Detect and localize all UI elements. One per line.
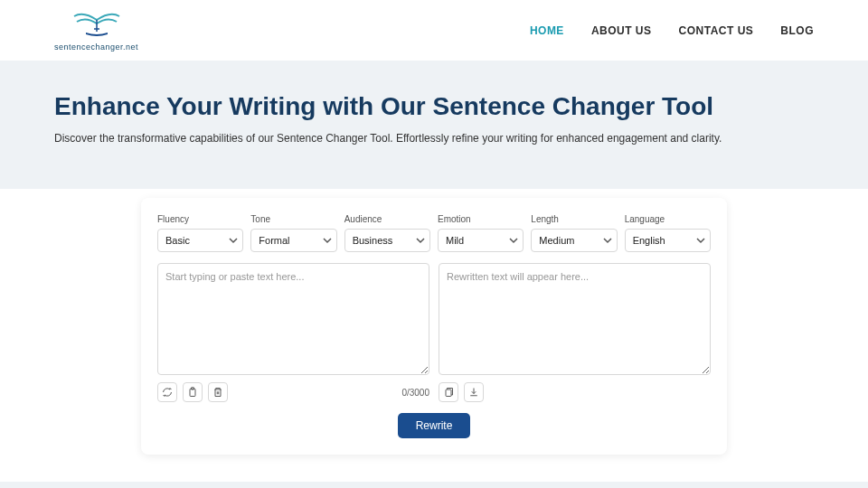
tone-label: Tone	[250, 214, 336, 224]
language-group: Language English	[625, 214, 711, 252]
logo-icon	[70, 9, 124, 41]
tone-select[interactable]: Formal	[250, 229, 336, 252]
input-textarea[interactable]	[157, 263, 429, 375]
length-select[interactable]: Medium	[531, 229, 617, 252]
hero-section: Enhance Your Writing with Our Sentence C…	[0, 61, 868, 190]
logo[interactable]: sentencechanger.net	[54, 9, 138, 52]
paste-icon	[187, 387, 198, 398]
tool-card: Fluency Basic Tone Formal Audience Busin…	[141, 198, 727, 455]
output-actions	[439, 382, 484, 402]
logo-text: sentencechanger.net	[54, 42, 138, 52]
download-icon	[468, 387, 479, 398]
delete-button[interactable]	[208, 382, 228, 402]
svg-rect-2	[446, 389, 451, 397]
language-select[interactable]: English	[625, 229, 711, 252]
fluency-group: Fluency Basic	[157, 214, 243, 252]
nav-blog[interactable]: BLOG	[780, 24, 814, 37]
hero-subtitle: Discover the transformative capabilities…	[54, 132, 814, 145]
nav-contact[interactable]: CONTACT US	[679, 24, 754, 37]
tool-container: Fluency Basic Tone Formal Audience Busin…	[0, 189, 868, 446]
emotion-group: Emotion Mild	[438, 214, 524, 252]
language-label: Language	[625, 214, 711, 224]
refresh-button[interactable]	[157, 382, 177, 402]
rewrite-button[interactable]: Rewrite	[398, 413, 471, 438]
fluency-label: Fluency	[157, 214, 243, 224]
footer-banner	[0, 482, 868, 488]
header: sentencechanger.net HOME ABOUT US CONTAC…	[0, 0, 868, 61]
length-group: Length Medium	[531, 214, 617, 252]
length-label: Length	[531, 214, 617, 224]
controls-row: Fluency Basic Tone Formal Audience Busin…	[157, 214, 711, 252]
audience-group: Audience Business	[344, 214, 430, 252]
refresh-icon	[162, 387, 173, 398]
rewrite-row: Rewrite	[157, 413, 711, 438]
nav-about[interactable]: ABOUT US	[591, 24, 652, 37]
input-actions	[157, 382, 228, 402]
hero-title: Enhance Your Writing with Our Sentence C…	[54, 92, 814, 121]
audience-select[interactable]: Business	[344, 229, 430, 252]
trash-icon	[212, 387, 223, 398]
fluency-select[interactable]: Basic	[157, 229, 243, 252]
output-textarea[interactable]	[439, 263, 711, 375]
paste-button[interactable]	[183, 382, 203, 402]
emotion-select[interactable]: Mild	[438, 229, 524, 252]
textarea-row	[157, 263, 711, 375]
char-counter: 0/3000	[401, 388, 429, 398]
tone-group: Tone Formal	[250, 214, 336, 252]
copy-button[interactable]	[439, 382, 458, 402]
emotion-label: Emotion	[438, 214, 524, 224]
download-button[interactable]	[464, 382, 484, 402]
nav-home[interactable]: HOME	[530, 24, 564, 37]
audience-label: Audience	[344, 214, 430, 224]
actions-row: 0/3000	[157, 382, 711, 402]
copy-icon	[443, 387, 454, 398]
nav: HOME ABOUT US CONTACT US BLOG	[530, 24, 814, 37]
